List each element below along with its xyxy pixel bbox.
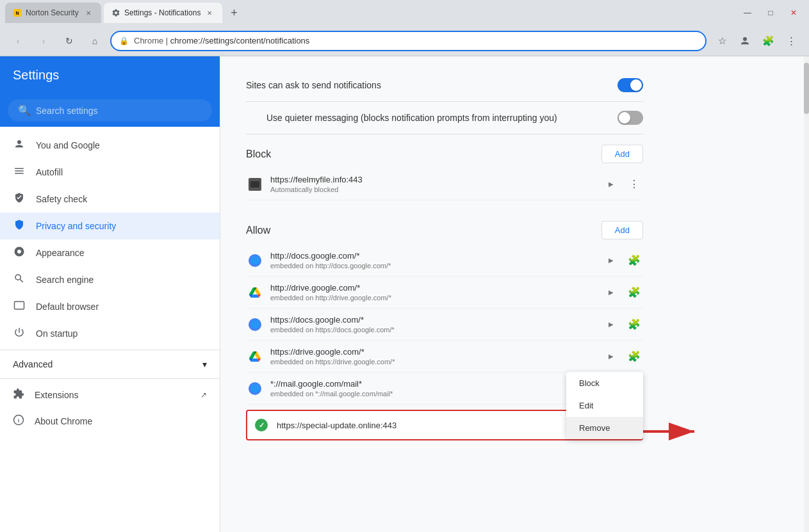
context-menu-remove[interactable]: Remove (566, 417, 643, 439)
allow-site-2-sub: embedded on https://docs.google.com/* (270, 326, 602, 334)
allow-site-1-sub: embedded on http://drive.google.com/* (270, 294, 602, 302)
menu-button[interactable]: ⋮ (781, 31, 801, 51)
sidebar-item-search-engine[interactable]: Search engine (0, 266, 220, 293)
allow-site-1-info: http://drive.google.com/* embedded on ht… (270, 283, 602, 302)
green-check-icon: ✓ (255, 419, 268, 431)
url-text: Chrome | chrome://settings/content/notif… (134, 36, 309, 45)
default-browser-label: Default browser (36, 302, 99, 312)
sidebar-title: Settings (0, 56, 220, 94)
allow-site-1-action-button[interactable]: 🧩 (625, 284, 643, 302)
sidebar-item-extensions[interactable]: Extensions ↗ (0, 382, 220, 408)
person-icon (13, 138, 26, 152)
allow-site-0-chevron-icon: ▶ (609, 257, 614, 264)
sidebar: Settings 🔍 You and Google (0, 56, 220, 532)
url-favicon-icon: 🔒 (119, 36, 129, 45)
allow-site-3-favicon-icon (246, 348, 264, 366)
allow-site-3-url: https://drive.google.com/* (270, 347, 602, 357)
back-button[interactable]: ‹ (8, 31, 28, 51)
sidebar-advanced-section[interactable]: Advanced ▾ (0, 353, 220, 376)
allow-site-4-info: *://mail.google.com/mail* embedded on *:… (270, 379, 602, 398)
about-chrome-label: About Chrome (35, 416, 92, 426)
sidebar-item-about-chrome[interactable]: About Chrome (0, 408, 220, 434)
context-menu-edit[interactable]: Edit (566, 394, 643, 417)
settings-favicon-icon (111, 8, 120, 17)
bookmark-button[interactable]: ☆ (712, 31, 732, 51)
allow-site-row-3: https://drive.google.com/* embedded on h… (246, 341, 643, 373)
you-google-label: You and Google (36, 140, 100, 150)
quieter-messaging-row: Use quieter messaging (blocks notificati… (246, 102, 643, 134)
allow-section-title: Allow (246, 225, 270, 236)
sidebar-divider (0, 350, 220, 350)
advanced-label: Advanced (13, 359, 53, 369)
allow-site-2-url: https://docs.google.com/* (270, 315, 602, 325)
allow-site-0-url: http://docs.google.com/* (270, 251, 602, 261)
url-bar[interactable]: 🔒 Chrome | chrome://settings/content/not… (110, 31, 707, 51)
block-site-chevron-icon: ▶ (609, 181, 614, 188)
norton-favicon-icon: N (13, 8, 22, 17)
allow-site-3-action-button[interactable]: 🧩 (625, 348, 643, 366)
url-chrome-part: Chrome | (134, 36, 170, 45)
allow-site-5-favicon-icon: ✓ (252, 416, 270, 434)
sidebar-item-on-startup[interactable]: On startup (0, 320, 220, 347)
autofill-icon (13, 165, 26, 179)
close-window-button[interactable]: ✕ (783, 5, 804, 20)
context-menu-block[interactable]: Block (566, 372, 643, 394)
block-site-action-button[interactable]: ⋮ (625, 175, 643, 193)
appearance-icon (13, 246, 26, 260)
advanced-arrow-icon: ▾ (202, 359, 207, 369)
url-path: chrome://settings/content/notifications (170, 36, 310, 45)
forward-button[interactable]: › (33, 31, 54, 51)
block-add-button[interactable]: Add (601, 145, 643, 163)
maximize-button[interactable]: □ (760, 5, 781, 20)
allow-site-2-info: https://docs.google.com/* embedded on ht… (270, 315, 602, 334)
quieter-messaging-label: Use quieter messaging (blocks notificati… (266, 113, 557, 123)
block-site-sub: Automatically blocked (270, 186, 602, 193)
sidebar-item-you-google[interactable]: You and Google (0, 132, 220, 159)
svg-point-3 (17, 250, 21, 254)
allow-site-0-action-button[interactable]: 🧩 (625, 252, 643, 270)
toggle-knob (630, 79, 642, 91)
allow-site-1-url: http://drive.google.com/* (270, 283, 602, 293)
new-tab-button[interactable]: + (225, 4, 243, 22)
default-browser-icon (13, 300, 26, 314)
block-site-url: https://feelmyfile.info:443 (270, 175, 602, 184)
sites-can-ask-toggle[interactable] (617, 78, 643, 92)
search-icon: 🔍 (18, 104, 31, 117)
allow-site-4-sub: embedded on *://mail.google.com/mail* (270, 390, 602, 398)
sidebar-item-autofill[interactable]: Autofill (0, 159, 220, 186)
extension-button[interactable]: 🧩 (758, 31, 778, 51)
search-box[interactable]: 🔍 (8, 99, 212, 122)
minimize-button[interactable]: — (737, 5, 758, 20)
allow-site-4-url: *://mail.google.com/mail* (270, 379, 602, 389)
sidebar-item-privacy-security[interactable]: Privacy and security (0, 213, 220, 239)
tab-settings[interactable]: Settings - Notifications ✕ (104, 3, 222, 23)
sidebar-item-default-browser[interactable]: Default browser (0, 293, 220, 320)
allow-site-0-info: http://docs.google.com/* embedded on htt… (270, 251, 602, 270)
scrollbar-thumb[interactable] (804, 63, 809, 114)
allow-add-button[interactable]: Add (601, 221, 643, 239)
reload-button[interactable]: ↻ (59, 31, 79, 51)
sidebar-item-appearance[interactable]: Appearance (0, 239, 220, 266)
appearance-label: Appearance (36, 248, 85, 258)
quieter-messaging-toggle[interactable] (617, 111, 643, 125)
allow-site-3-sub: embedded on https://drive.google.com/* (270, 358, 602, 366)
allow-site-2-action-button[interactable]: 🧩 (625, 316, 643, 334)
tab-norton[interactable]: N Norton Security ✕ (5, 3, 101, 23)
search-input[interactable] (36, 106, 202, 116)
content-area: Sites can ask to send notifications Use … (220, 56, 804, 532)
tab-settings-close[interactable]: ✕ (204, 8, 215, 18)
window-controls: — □ ✕ (737, 5, 804, 20)
allow-site-0-favicon-icon: 🌐 (246, 252, 264, 270)
context-menu: Block Edit Remove (566, 372, 643, 439)
extensions-external-icon: ↗ (200, 391, 207, 399)
svg-rect-4 (15, 302, 24, 309)
tab-norton-label: Norton Security (26, 8, 79, 17)
sidebar-nav: You and Google Autofill Safety check (0, 127, 220, 439)
sidebar-item-safety-check[interactable]: Safety check (0, 186, 220, 213)
allow-site-4-favicon-icon: 🌐 (246, 380, 264, 398)
tab-norton-close[interactable]: ✕ (83, 8, 94, 18)
block-section-header: Block Add (246, 134, 643, 168)
home-button[interactable]: ⌂ (85, 31, 105, 51)
profile-button[interactable] (735, 31, 755, 51)
scrollbar[interactable] (804, 56, 809, 532)
